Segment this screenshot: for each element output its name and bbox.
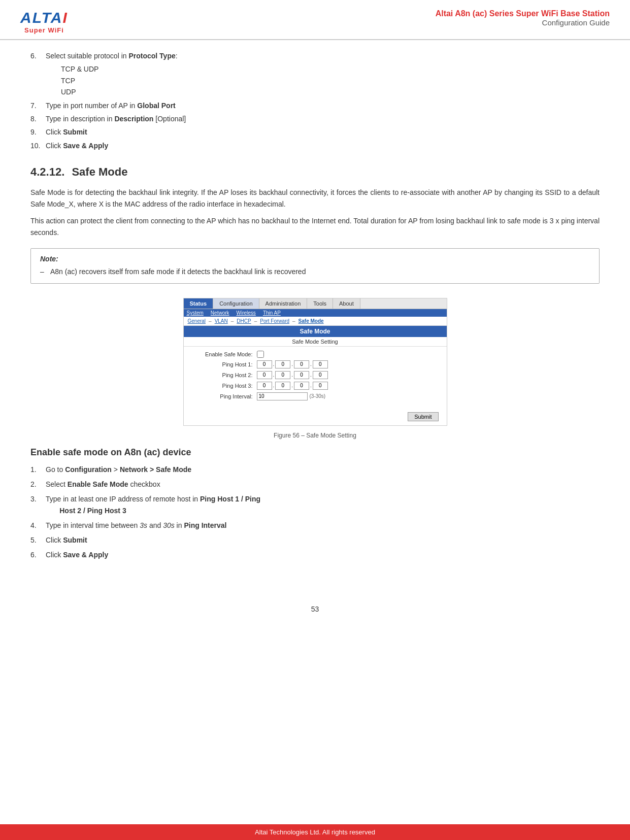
step1-num: 1. bbox=[30, 464, 37, 476]
ping-host3-octet4[interactable] bbox=[313, 382, 328, 390]
tab-administration[interactable]: Administration bbox=[259, 298, 308, 309]
step8-num: 8. bbox=[30, 113, 37, 124]
breadcrumb-sep3: – bbox=[254, 318, 257, 324]
breadcrumb-sep4: – bbox=[292, 318, 295, 324]
step3-num: 3. bbox=[30, 493, 37, 505]
step3-text: Type in at least one IP address of remot… bbox=[46, 495, 260, 515]
ping-interval-label: Ping Interval: bbox=[192, 393, 253, 399]
step6-sub3-text: UDP bbox=[61, 86, 600, 97]
ping-host2-octet1[interactable] bbox=[257, 371, 272, 379]
ping-host2-row: Ping Host 2: . . . bbox=[192, 371, 439, 379]
step10-bold: Save & Apply bbox=[63, 142, 108, 150]
ping-host3-label: Ping Host 3: bbox=[192, 383, 253, 389]
step6-sub1-text: TCP & UDP bbox=[61, 63, 600, 75]
ping-host3-row: Ping Host 3: . . . bbox=[192, 382, 439, 390]
ping-host1-octet2[interactable] bbox=[275, 360, 290, 368]
header-title-area: Altai A8n (ac) Series Super WiFi Base St… bbox=[436, 9, 610, 27]
step-4: 4. Type in interval time between 3s and … bbox=[30, 520, 600, 531]
step1-bold2: Network > Safe Mode bbox=[120, 465, 191, 474]
step6-bold: Protocol Type bbox=[128, 52, 175, 60]
subnav-network[interactable]: Network bbox=[211, 310, 229, 316]
sc-page-title: Safe Mode bbox=[184, 326, 447, 337]
ping-host3-octet2[interactable] bbox=[275, 382, 290, 390]
tab-status[interactable]: Status bbox=[184, 298, 214, 309]
sc-form: Enable Safe Mode: Ping Host 1: . . . Pin… bbox=[184, 347, 447, 409]
ping-host3-octet3[interactable] bbox=[294, 382, 309, 390]
ping-host1-octet4[interactable] bbox=[313, 360, 328, 368]
intro-step-6: 6. Select suitable protocol in Protocol … bbox=[30, 50, 600, 61]
step5-text: Click Submit bbox=[46, 536, 87, 544]
intro-step-6-sub1: TCP & UDP TCP UDP bbox=[30, 63, 600, 97]
tab-tools[interactable]: Tools bbox=[307, 298, 333, 309]
breadcrumb-sep2: – bbox=[231, 318, 234, 324]
enable-safemode-label: Enable Safe Mode: bbox=[192, 351, 253, 357]
ping-host3-octet1[interactable] bbox=[257, 382, 272, 390]
subnav-system[interactable]: System bbox=[187, 310, 204, 316]
step6-num-b: 6. bbox=[30, 549, 37, 561]
step9-num: 9. bbox=[30, 126, 37, 138]
section-number: 4.2.12. bbox=[30, 165, 64, 178]
breadcrumb-vlan[interactable]: VLAN bbox=[215, 318, 228, 324]
screenshot-mockup: Status Configuration Administration Tool… bbox=[183, 298, 447, 426]
sub-nav-bar: System Network Wireless Thin AP bbox=[184, 309, 447, 317]
note-item: A8n (ac) recovers itself from safe mode … bbox=[40, 266, 590, 277]
ping-host1-row: Ping Host 1: . . . bbox=[192, 360, 439, 368]
page-header: ALTAI Super WiFi Altai A8n (ac) Series S… bbox=[0, 0, 630, 40]
ping-host2-label: Ping Host 2: bbox=[192, 372, 253, 378]
breadcrumb-general[interactable]: General bbox=[188, 318, 206, 324]
ping-interval-row: Ping Interval: (3-30s) bbox=[192, 392, 439, 400]
step-1: 1. Go to Configuration > Network > Safe … bbox=[30, 464, 600, 476]
breadcrumb-portforward[interactable]: Port Forward bbox=[260, 318, 289, 324]
note-box: Note: A8n (ac) recovers itself from safe… bbox=[30, 248, 600, 284]
breadcrumb-safemode[interactable]: Safe Mode bbox=[299, 318, 324, 324]
intro-step-9: 9. Click Submit bbox=[30, 126, 600, 138]
breadcrumb-dhcp[interactable]: DHCP bbox=[237, 318, 251, 324]
sc-submit-row: Submit bbox=[184, 409, 447, 425]
step6-text: Select suitable protocol in bbox=[46, 52, 128, 60]
ping-host2-octet3[interactable] bbox=[294, 371, 309, 379]
intro-step-7: 7. Type in port number of AP in Global P… bbox=[30, 100, 600, 111]
step8-text: Type in description in bbox=[46, 115, 114, 123]
ping-host1-label: Ping Host 1: bbox=[192, 361, 253, 367]
step4-num: 4. bbox=[30, 520, 37, 531]
tab-about[interactable]: About bbox=[333, 298, 360, 309]
section-heading: 4.2.12. Safe Mode bbox=[30, 165, 600, 179]
step4-italic2: 30s bbox=[163, 521, 175, 529]
ping-interval-input[interactable] bbox=[257, 392, 308, 400]
step9-bold: Submit bbox=[63, 128, 87, 136]
subnav-thinap[interactable]: Thin AP bbox=[263, 310, 281, 316]
altai-logo: ALTAI bbox=[20, 9, 68, 26]
step-6: 6. Click Save & Apply bbox=[30, 549, 600, 561]
step-2: 2. Select Enable Safe Mode checkbox bbox=[30, 479, 600, 490]
ping-host1-octet1[interactable] bbox=[257, 360, 272, 368]
step8-optional: [Optional] bbox=[153, 115, 186, 123]
enable-safemode-row: Enable Safe Mode: bbox=[192, 351, 439, 358]
step7-text: Type in port number of AP in bbox=[46, 102, 137, 110]
step10-text: Click bbox=[46, 142, 63, 150]
figure-caption: Figure 56 – Safe Mode Setting bbox=[30, 432, 600, 439]
step2-bold: Enable Safe Mode bbox=[68, 480, 128, 488]
ping-host1-octet3[interactable] bbox=[294, 360, 309, 368]
tab-configuration[interactable]: Configuration bbox=[213, 298, 259, 309]
logo-area: ALTAI Super WiFi bbox=[20, 9, 68, 34]
nav-tabbar: Status Configuration Administration Tool… bbox=[184, 298, 447, 309]
sc-submit-button[interactable]: Submit bbox=[408, 412, 438, 421]
enable-safemode-checkbox[interactable] bbox=[257, 351, 264, 358]
ping-interval-range: (3-30s) bbox=[310, 393, 326, 399]
step1-text: Go to Configuration > Network > Safe Mod… bbox=[46, 465, 191, 474]
ping-host2-octet4[interactable] bbox=[313, 371, 328, 379]
header-title-main: Altai A8n (ac) Series Super WiFi Base St… bbox=[436, 9, 610, 18]
ping-host2-octet2[interactable] bbox=[275, 371, 290, 379]
step7-num: 7. bbox=[30, 100, 37, 111]
step6-num: 6. bbox=[30, 50, 37, 61]
step3-bold: Ping Host 1 / Ping Host 2 / Ping Host 3 bbox=[46, 495, 260, 515]
step2-num: 2. bbox=[30, 479, 37, 490]
subnav-wireless[interactable]: Wireless bbox=[237, 310, 256, 316]
header-title-sub: Configuration Guide bbox=[436, 18, 610, 27]
steps-list: 1. Go to Configuration > Network > Safe … bbox=[30, 464, 600, 561]
step9-text: Click bbox=[46, 128, 63, 136]
step5-num: 5. bbox=[30, 534, 37, 546]
body-text-1: Safe Mode is for detecting the backhaul … bbox=[30, 187, 600, 210]
note-title: Note: bbox=[40, 255, 590, 263]
step-3: 3. Type in at least one IP address of re… bbox=[30, 493, 600, 517]
